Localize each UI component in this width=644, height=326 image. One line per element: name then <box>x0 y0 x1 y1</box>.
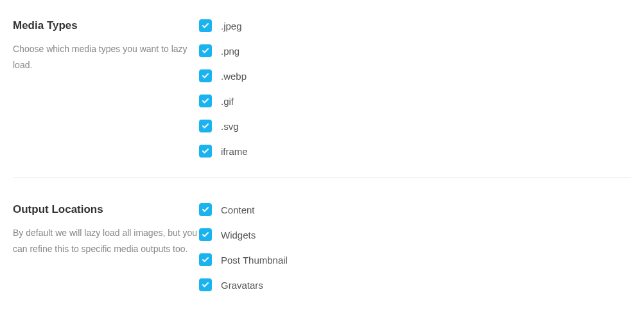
output-locations-section: Output Locations By default we will lazy… <box>13 177 631 311</box>
checkbox-png[interactable]: .png <box>199 44 631 57</box>
check-icon <box>202 72 209 80</box>
checkbox-input[interactable] <box>199 228 212 241</box>
checkbox-label: Gravatars <box>221 280 263 291</box>
checkbox-jpeg[interactable]: .jpeg <box>199 19 631 32</box>
checkbox-widgets[interactable]: Widgets <box>199 228 631 241</box>
checkbox-webp[interactable]: .webp <box>199 69 631 82</box>
section-description: Choose which media types you want to laz… <box>13 41 199 73</box>
checkbox-label: .gif <box>221 96 234 107</box>
checkbox-label: Content <box>221 204 255 215</box>
checkbox-input[interactable] <box>199 95 212 107</box>
section-description: By default we will lazy load all images,… <box>13 225 199 257</box>
checkbox-iframe[interactable]: iframe <box>199 145 631 158</box>
check-icon <box>202 281 209 289</box>
section-title: Output Locations <box>13 203 199 216</box>
check-icon <box>202 231 209 239</box>
section-title: Media Types <box>13 19 199 32</box>
check-icon <box>202 122 209 130</box>
section-left: Media Types Choose which media types you… <box>13 19 199 73</box>
check-icon <box>202 47 209 55</box>
check-icon <box>202 22 209 30</box>
checkbox-input[interactable] <box>199 44 212 57</box>
checkbox-input[interactable] <box>199 145 212 158</box>
media-types-section: Media Types Choose which media types you… <box>13 19 631 177</box>
checkbox-content[interactable]: Content <box>199 203 631 216</box>
section-right: .jpeg .png .webp .gif .svg <box>199 19 631 158</box>
check-icon <box>202 97 209 105</box>
checkbox-input[interactable] <box>199 120 212 132</box>
checkbox-post-thumbnail[interactable]: Post Thumbnail <box>199 253 631 266</box>
checkbox-label: Post Thumbnail <box>221 255 288 266</box>
checkbox-input[interactable] <box>199 278 212 291</box>
checkbox-label: iframe <box>221 146 248 157</box>
checkbox-input[interactable] <box>199 69 212 82</box>
checkbox-label: Widgets <box>221 230 256 240</box>
checkbox-label: .png <box>221 46 239 57</box>
checkbox-gif[interactable]: .gif <box>199 95 631 107</box>
checkbox-label: .svg <box>221 121 239 132</box>
checkbox-svg[interactable]: .svg <box>199 120 631 132</box>
checkbox-input[interactable] <box>199 203 212 216</box>
checkbox-input[interactable] <box>199 19 212 32</box>
check-icon <box>202 206 209 213</box>
checkbox-input[interactable] <box>199 253 212 266</box>
check-icon <box>202 256 209 264</box>
checkbox-gravatars[interactable]: Gravatars <box>199 278 631 291</box>
section-right: Content Widgets Post Thumbnail Gravatars <box>199 203 631 291</box>
checkbox-label: .webp <box>221 71 247 82</box>
section-left: Output Locations By default we will lazy… <box>13 203 199 257</box>
check-icon <box>202 147 209 155</box>
checkbox-label: .jpeg <box>221 21 242 32</box>
